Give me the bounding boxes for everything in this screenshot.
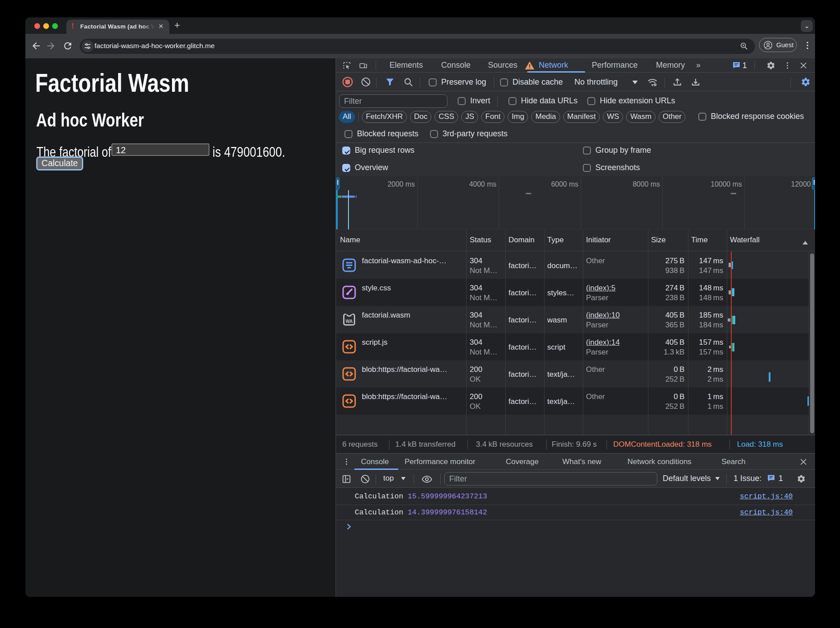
svg-text:WA: WA	[345, 319, 352, 324]
